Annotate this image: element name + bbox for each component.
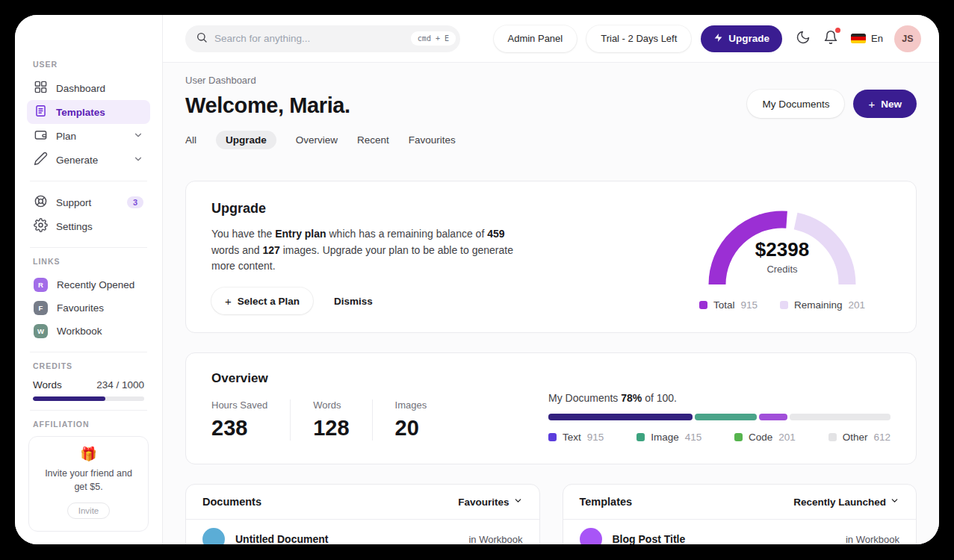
document-location: in Workbook <box>468 534 522 544</box>
link-label: Workbook <box>57 326 102 337</box>
legend-swatch <box>828 433 837 441</box>
user-section-label: USER <box>33 60 144 69</box>
sidebar-link-recently-opened[interactable]: R Recently Opened <box>27 273 150 296</box>
credits-gauge-label: Credits <box>699 264 866 275</box>
topbar: Search for anything... cmd + E Admin Pan… <box>163 15 939 63</box>
search-icon <box>196 31 208 46</box>
divider <box>30 410 147 411</box>
tab-overview[interactable]: Overview <box>296 131 338 149</box>
link-label: Favourites <box>57 302 104 314</box>
template-avatar <box>580 528 602 544</box>
plus-icon: + <box>225 296 232 307</box>
sidebar-item-generate[interactable]: Generate <box>27 148 150 172</box>
sidebar-link-favourites[interactable]: F Favourites <box>27 296 150 320</box>
invite-button[interactable]: Invite <box>67 503 111 519</box>
legend-swatch <box>548 433 557 441</box>
dark-mode-toggle[interactable] <box>796 30 811 47</box>
document-list-item[interactable]: Untitled Document in Workbook <box>186 520 539 544</box>
new-button[interactable]: + New <box>853 90 917 118</box>
sidebar-link-workbook[interactable]: W Workbook <box>27 320 150 343</box>
notifications-button[interactable] <box>823 30 838 47</box>
upgrade-button[interactable]: Upgrade <box>701 25 782 52</box>
legend-swatch <box>734 433 743 441</box>
link-avatar: R <box>34 278 48 292</box>
tab-favourites[interactable]: Favourites <box>409 131 456 149</box>
chevron-down-icon <box>133 154 143 167</box>
stat-images: Images 20 <box>395 399 450 441</box>
sidebar-item-templates[interactable]: Templates <box>27 100 150 124</box>
stat-hours-saved: Hours Saved 238 <box>211 399 291 441</box>
links-section-label: LINKS <box>33 257 144 266</box>
bolt-icon <box>713 33 723 45</box>
legend-swatch <box>636 433 645 441</box>
documents-card-title: Documents <box>202 496 261 508</box>
sidebar-item-label: Dashboard <box>56 83 105 94</box>
chevron-down-icon <box>513 496 523 508</box>
sidebar-item-label: Plan <box>56 131 76 142</box>
template-list-item[interactable]: Blog Post Title in Workbook <box>563 520 917 544</box>
upgrade-card: Upgrade You have the Entry plan which ha… <box>185 181 917 333</box>
sidebar-item-settings[interactable]: Settings <box>27 214 150 238</box>
grid-icon <box>34 80 48 96</box>
bar-segment-code <box>759 414 787 420</box>
sidebar-item-label: Generate <box>56 155 98 166</box>
bar-segment-text <box>548 414 693 420</box>
dismiss-button[interactable]: Dismiss <box>334 296 373 307</box>
search-input[interactable]: Search for anything... cmd + E <box>185 25 460 52</box>
link-avatar: F <box>34 301 48 315</box>
gear-icon <box>34 218 48 234</box>
affiliation-card: 🎁 Invite your friend and get $5. Invite <box>28 436 149 532</box>
upgrade-button-label: Upgrade <box>728 33 769 44</box>
sidebar: USER Dashboard Templates Plan Generate S… <box>15 15 163 544</box>
templates-filter-dropdown[interactable]: Recently Launched <box>793 496 899 508</box>
words-progress-fill <box>33 396 105 401</box>
documents-progress: My Documents 78% of 100. Text 915 <box>548 371 890 443</box>
affiliation-section-label: AFFILIATION <box>33 420 144 429</box>
select-plan-label: Select a Plan <box>238 296 300 307</box>
words-progress-bar <box>33 396 144 401</box>
legend-item-code: Code 201 <box>734 432 796 443</box>
admin-panel-button[interactable]: Admin Panel <box>494 25 577 52</box>
legend-swatch <box>780 301 788 309</box>
credits-gauge-chart: $2398 Credits <box>699 201 866 290</box>
tab-all[interactable]: All <box>185 131 196 149</box>
user-avatar[interactable]: JS <box>894 25 921 52</box>
overview-card: Overview Hours Saved 238 Words 128 Image… <box>185 352 917 464</box>
templates-card-title: Templates <box>580 496 633 508</box>
legend-item-text: Text 915 <box>548 432 604 443</box>
chevron-down-icon <box>133 130 143 143</box>
bar-segment-other <box>790 414 890 420</box>
document-icon <box>34 104 48 120</box>
template-name: Blog Post Title <box>613 533 686 544</box>
legend-item-image: Image 415 <box>636 432 701 443</box>
sidebar-item-dashboard[interactable]: Dashboard <box>27 76 150 100</box>
affiliation-text: Invite your friend and get $5. <box>44 467 134 494</box>
language-selector[interactable]: En <box>851 33 883 44</box>
sidebar-item-plan[interactable]: Plan <box>27 124 150 148</box>
documents-filter-dropdown[interactable]: Favourites <box>458 496 522 508</box>
sidebar-item-support[interactable]: Support 3 <box>27 190 150 214</box>
credits-words-value: 234 / 1000 <box>96 379 144 391</box>
search-shortcut-badge: cmd + E <box>411 31 456 46</box>
search-placeholder: Search for anything... <box>214 33 404 44</box>
notification-dot <box>835 28 840 33</box>
stat-words: Words 128 <box>313 399 372 441</box>
tab-recent[interactable]: Recent <box>357 131 389 149</box>
language-flag-icon <box>851 34 866 43</box>
tab-upgrade[interactable]: Upgrade <box>216 131 276 149</box>
moon-icon <box>796 30 811 47</box>
link-avatar: W <box>34 324 48 338</box>
divider <box>30 352 147 352</box>
link-label: Recently Opened <box>57 279 134 290</box>
page-title: Welcome, Maria. <box>185 93 350 118</box>
divider <box>30 247 147 248</box>
overview-card-title: Overview <box>211 371 471 386</box>
main-content: User Dashboard Welcome, Maria. My Docume… <box>163 63 939 544</box>
my-documents-button[interactable]: My Documents <box>747 90 844 118</box>
support-count-badge: 3 <box>127 196 143 208</box>
select-plan-button[interactable]: + Select a Plan <box>211 287 313 314</box>
credits-gauge-value: $2398 <box>699 238 866 261</box>
sidebar-item-label: Settings <box>56 221 93 232</box>
trial-status-badge[interactable]: Trial - 2 Days Left <box>586 25 691 52</box>
legend-item-total: Total 915 <box>699 299 758 311</box>
